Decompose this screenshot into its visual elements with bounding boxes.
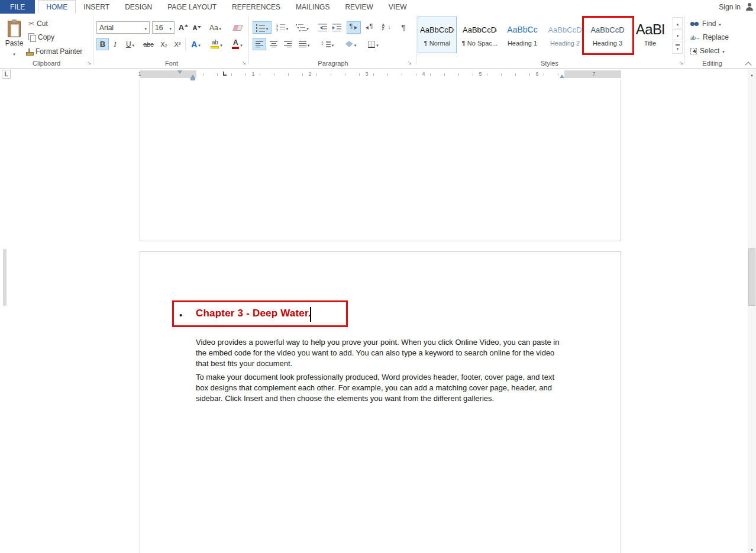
clear-formatting-button[interactable]: [230, 21, 245, 34]
change-case-button[interactable]: Aa: [205, 21, 225, 34]
justify-button[interactable]: [295, 38, 313, 50]
vertical-scrollbar[interactable]: [748, 69, 756, 553]
increase-indent-button[interactable]: [330, 21, 344, 34]
styles-gallery-scroll-down[interactable]: [673, 29, 683, 40]
tab-references[interactable]: REFERENCES: [224, 0, 288, 14]
copy-button[interactable]: Copy: [28, 32, 54, 43]
tab-file[interactable]: FILE: [0, 0, 35, 14]
strikethrough-button[interactable]: abc: [141, 38, 156, 50]
font-dialog-launcher-icon[interactable]: [240, 59, 248, 66]
horizontal-ruler[interactable]: L 1 1 2 3 4 5 6 7: [0, 69, 748, 81]
numbering-dropdown-icon[interactable]: [286, 24, 289, 32]
font-size-combobox[interactable]: 16: [152, 21, 175, 34]
font-name-dropdown-icon[interactable]: [144, 24, 147, 32]
sign-in-link[interactable]: Sign in: [719, 3, 741, 11]
brush-icon: [25, 48, 33, 56]
bullets-dropdown-icon[interactable]: [266, 24, 269, 32]
justify-dropdown-icon[interactable]: [308, 40, 310, 48]
borders-button[interactable]: [363, 38, 383, 50]
font-color-button[interactable]: A: [228, 38, 246, 50]
grow-font-button[interactable]: [177, 21, 190, 34]
select-dropdown-icon[interactable]: [722, 47, 725, 55]
line-spacing-button[interactable]: [317, 38, 337, 50]
subscript-button[interactable]: X₂: [157, 38, 170, 50]
align-right-button[interactable]: [281, 38, 295, 50]
button-divider: [185, 38, 186, 50]
find-dropdown-icon[interactable]: [719, 20, 721, 28]
align-center-button[interactable]: [267, 38, 280, 50]
change-case-dropdown-icon[interactable]: [219, 24, 222, 32]
scrollbar-up-button[interactable]: [748, 69, 756, 78]
paste-button[interactable]: Paste: [2, 15, 27, 64]
multilevel-dropdown-icon[interactable]: [306, 24, 309, 32]
cut-button[interactable]: Cut: [28, 18, 48, 29]
first-line-indent-marker[interactable]: [177, 70, 182, 74]
superscript-label: X²: [175, 41, 181, 48]
person-icon[interactable]: [745, 2, 754, 12]
paragraph-dialog-launcher-icon[interactable]: [406, 59, 413, 66]
styles-gallery-more-button[interactable]: [673, 41, 683, 54]
ruler-strip[interactable]: [140, 70, 621, 78]
collapse-ribbon-chevron-icon[interactable]: [744, 60, 753, 68]
superscript-button[interactable]: X²: [171, 38, 184, 50]
styles-gallery-scroll-up[interactable]: [673, 17, 683, 28]
tab-review[interactable]: REVIEW: [337, 0, 380, 14]
shading-dropdown-icon[interactable]: [354, 40, 357, 48]
style-title[interactable]: AaBl Title: [631, 17, 670, 53]
document-page-1[interactable]: [140, 80, 621, 241]
select-button[interactable]: Select: [690, 45, 725, 57]
document-body[interactable]: Video provides a powerful way to help yo…: [196, 337, 566, 407]
shading-button[interactable]: [341, 38, 361, 50]
triangle-up-icon: [751, 70, 753, 78]
style-heading-1[interactable]: AaBbCc Heading 1: [503, 17, 542, 53]
highlight-dropdown-icon[interactable]: [220, 40, 222, 48]
numbering-button[interactable]: [273, 21, 292, 34]
tab-stop-marker[interactable]: [223, 72, 227, 76]
font-name-combobox[interactable]: Arial: [96, 21, 150, 34]
ltr-text-direction-button[interactable]: [347, 21, 361, 34]
shrink-font-button[interactable]: [190, 21, 203, 34]
tab-insert[interactable]: INSERT: [76, 0, 117, 14]
find-button[interactable]: Find: [690, 18, 721, 30]
paste-dropdown-icon[interactable]: [13, 49, 15, 57]
text-effects-dropdown-icon[interactable]: [198, 40, 201, 48]
paragraph[interactable]: Video provides a powerful way to help yo…: [196, 337, 566, 369]
highlight-color-button[interactable]: ab: [206, 38, 227, 50]
show-formatting-marks-button[interactable]: [397, 21, 410, 34]
tab-page-layout[interactable]: PAGE LAYOUT: [160, 0, 224, 14]
italic-button[interactable]: I: [109, 38, 121, 50]
right-indent-marker[interactable]: [560, 75, 564, 78]
align-left-button[interactable]: [253, 38, 266, 50]
style-normal[interactable]: AaBbCcDc ¶ Normal: [418, 17, 457, 53]
replace-button[interactable]: Replace: [690, 31, 729, 43]
multilevel-list-button[interactable]: [293, 21, 312, 34]
document-heading[interactable]: Chapter 3 - Deep Water.: [196, 308, 311, 319]
line-spacing-dropdown-icon[interactable]: [332, 40, 334, 48]
font-size-dropdown-icon[interactable]: [169, 24, 172, 32]
style-heading-3[interactable]: AaBbCcD Heading 3: [588, 17, 627, 53]
bullets-button[interactable]: [253, 21, 272, 34]
scrollbar-down-button[interactable]: [748, 544, 756, 553]
paragraph[interactable]: To make your document look professionall…: [196, 372, 566, 404]
tab-design[interactable]: DESIGN: [117, 0, 160, 14]
borders-dropdown-icon[interactable]: [376, 40, 379, 48]
sort-button[interactable]: [379, 21, 394, 34]
format-painter-button[interactable]: Format Painter: [25, 46, 82, 57]
clipboard-dialog-launcher-icon[interactable]: [85, 59, 93, 66]
style-heading-2[interactable]: AaBbCcD Heading 2: [545, 17, 584, 53]
style-no-spacing[interactable]: AaBbCcDc ¶ No Spac...: [460, 17, 499, 53]
rtl-text-direction-button[interactable]: [361, 21, 376, 34]
scrollbar-thumb[interactable]: [748, 248, 755, 306]
underline-button[interactable]: U: [121, 38, 139, 50]
ruler-number: 4: [422, 71, 425, 77]
tab-view[interactable]: VIEW: [381, 0, 415, 14]
decrease-indent-button[interactable]: [316, 21, 329, 34]
tab-stop-selector[interactable]: L: [2, 70, 11, 79]
tab-mailings[interactable]: MAILINGS: [288, 0, 337, 14]
bold-button[interactable]: B: [96, 38, 109, 50]
underline-dropdown-icon[interactable]: [133, 40, 135, 48]
text-effects-button[interactable]: A: [187, 38, 205, 50]
font-color-dropdown-icon[interactable]: [240, 40, 243, 48]
strikethrough-label: abc: [143, 41, 154, 48]
tab-home[interactable]: HOME: [38, 0, 76, 14]
